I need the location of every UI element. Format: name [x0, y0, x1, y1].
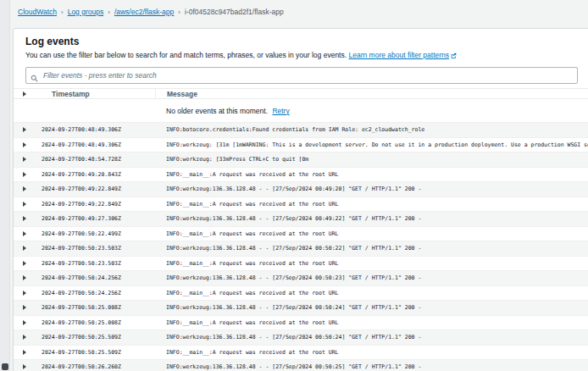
message-cell: INFO:werkzeug:136.36.128.48 - - [27/Sep/… [155, 274, 588, 281]
expand-row-icon[interactable] [23, 261, 26, 266]
expand-row-icon[interactable] [23, 157, 26, 162]
expand-row-icon[interactable] [23, 335, 26, 340]
log-event-row: 2024-09-27T00:49:22.849Z INFO:werkzeug:1… [14, 182, 588, 197]
expand-row-icon[interactable] [23, 275, 26, 280]
expand-cell [14, 335, 42, 340]
expand-cell [14, 186, 42, 191]
timestamp-cell: 2024-09-27T00:49:22.849Z [42, 186, 155, 192]
timestamp-column-header[interactable]: Timestamp [42, 90, 155, 98]
expand-row-icon[interactable] [23, 231, 26, 236]
expand-row-icon[interactable] [23, 364, 26, 369]
timestamp-cell: 2024-09-27T00:48:54.728Z [42, 156, 155, 163]
expand-cell [14, 127, 42, 132]
log-event-row: 2024-09-27T00:50:25.509Z INFO:werkzeug:1… [14, 330, 588, 346]
timestamp-cell: 2024-09-27T00:50:25.008Z [42, 304, 155, 311]
expand-row-icon[interactable] [23, 305, 26, 310]
expand-cell [14, 157, 42, 162]
breadcrumb-log-group[interactable]: /aws/ec2/flask-app [114, 8, 174, 16]
message-cell: INFO:__main__:A request was received at … [155, 260, 588, 267]
no-older-events-message: No older events at this moment. Retry [155, 107, 588, 115]
timestamp-cell: 2024-09-27T00:50:25.008Z [42, 319, 155, 326]
log-event-row: 2024-09-27T00:50:23.503Z INFO:__main__:A… [14, 257, 588, 272]
log-event-row: 2024-09-27T00:50:25.509Z INFO:__main__:A… [14, 346, 588, 361]
timestamp-cell: 2024-09-27T00:50:22.499Z [42, 230, 155, 237]
expand-cell [14, 364, 42, 369]
message-cell: INFO:werkzeug:136.36.128.48 - - [27/Sep/… [155, 186, 588, 192]
search-icon [31, 70, 38, 86]
message-cell: INFO:__main__:A request was received at … [155, 319, 588, 326]
log-event-row: 2024-09-27T00:49:20.843Z INFO:__main__:A… [14, 168, 588, 183]
timestamp-cell: 2024-09-27T00:49:20.843Z [42, 171, 155, 178]
log-event-row: 2024-09-27T00:48:54.728Z INFO:werkzeug: … [14, 152, 588, 168]
message-cell: INFO:botocore.credentials:Found credenti… [155, 126, 588, 133]
expand-cell [14, 172, 42, 177]
expand-cell [14, 202, 42, 207]
message-column-header[interactable]: Message [155, 88, 588, 99]
timestamp-cell: 2024-09-27T00:50:25.509Z [42, 334, 155, 341]
log-events-table: Timestamp Message No older events at thi… [14, 88, 588, 371]
message-cell: INFO:werkzeug: [31m [1mWARNING: This is … [155, 141, 588, 148]
log-event-row: 2024-09-27T00:48:49.306Z INFO:botocore.c… [14, 123, 588, 138]
timestamp-cell: 2024-09-27T00:50:24.256Z [42, 290, 155, 296]
log-event-row: 2024-09-27T00:50:22.499Z INFO:__main__:A… [14, 227, 588, 242]
expand-cell [14, 291, 42, 296]
feedback-tab[interactable] [2, 363, 8, 370]
log-event-row: 2024-09-27T00:50:24.256Z INFO:werkzeug:1… [14, 271, 588, 286]
expand-cell [14, 216, 42, 221]
message-cell: INFO:werkzeug:136.36.128.48 - - [27/Sep/… [155, 304, 588, 311]
breadcrumb-separator: › [178, 8, 180, 16]
message-cell: INFO:werkzeug:136.36.128.48 - - [27/Sep/… [155, 363, 588, 370]
expand-row-icon[interactable] [23, 291, 26, 296]
timestamp-cell: 2024-09-27T00:50:26.260Z [42, 363, 155, 370]
log-table-body: 2024-09-27T00:48:49.306Z INFO:botocore.c… [14, 123, 588, 371]
filter-events-input[interactable] [25, 67, 578, 84]
expand-row-icon[interactable] [23, 202, 26, 207]
expand-row-icon[interactable] [23, 246, 26, 251]
no-older-events-row: No older events at this moment. Retry [14, 99, 588, 123]
log-event-row: 2024-09-27T00:50:23.503Z INFO:werkzeug:1… [14, 241, 588, 257]
log-event-row: 2024-09-27T00:49:27.306Z INFO:werkzeug:1… [14, 212, 588, 227]
expand-all-column [14, 91, 42, 97]
expand-cell [14, 261, 42, 266]
filter-bar [25, 66, 578, 83]
page-title: Log events [25, 36, 585, 47]
breadcrumb-log-groups[interactable]: Log groups [68, 8, 104, 16]
expand-row-icon[interactable] [23, 320, 26, 325]
breadcrumb-separator: › [108, 8, 110, 16]
message-cell: INFO:__main__:A request was received at … [155, 171, 588, 178]
message-cell: INFO:werkzeug:136.36.128.48 - - [27/Sep/… [155, 334, 588, 341]
expand-cell [14, 246, 42, 251]
expand-row-icon[interactable] [23, 350, 26, 355]
message-cell: INFO:__main__:A request was received at … [155, 290, 588, 296]
log-event-row: 2024-09-27T00:50:25.008Z INFO:__main__:A… [14, 316, 588, 331]
message-cell: INFO:__main__:A request was received at … [155, 230, 588, 237]
message-cell: INFO:werkzeug:136.36.128.48 - - [27/Sep/… [155, 245, 588, 252]
expand-row-icon[interactable] [23, 172, 26, 177]
breadcrumb-cloudwatch[interactable]: CloudWatch [18, 8, 57, 16]
no-older-events-text: No older events at this moment. [166, 107, 268, 115]
timestamp-cell: 2024-09-27T00:48:49.306Z [42, 141, 155, 148]
expand-cell [14, 305, 42, 310]
timestamp-cell: 2024-09-27T00:50:23.503Z [42, 245, 155, 252]
log-event-row: 2024-09-27T00:49:22.849Z INFO:__main__:A… [14, 197, 588, 213]
message-cell: INFO:werkzeug:136.36.128.48 - - [27/Sep/… [155, 215, 588, 222]
log-event-row: 2024-09-27T00:50:24.256Z INFO:__main__:A… [14, 286, 588, 302]
collapsed-sidebar-strip [0, 0, 10, 371]
timestamp-cell: 2024-09-27T00:50:23.503Z [42, 260, 155, 267]
breadcrumb: CloudWatch›Log groups›/aws/ec2/flask-app… [18, 8, 284, 16]
expand-row-icon[interactable] [23, 216, 26, 221]
expand-row-icon[interactable] [23, 186, 26, 191]
expand-row-icon[interactable] [23, 142, 26, 147]
message-cell: INFO:werkzeug: [33mPress CTRL+C to quit … [155, 156, 588, 163]
learn-more-link[interactable]: Learn more about filter patterns [348, 51, 449, 59]
message-cell: INFO:__main__:A request was received at … [155, 201, 588, 208]
expand-cell [14, 275, 42, 280]
breadcrumb-separator: › [61, 8, 64, 16]
panel-description: You can use the filter bar below to sear… [25, 51, 585, 60]
expand-header-icon[interactable] [23, 91, 26, 97]
retry-link[interactable]: Retry [272, 107, 289, 115]
timestamp-cell: 2024-09-27T00:49:27.306Z [42, 215, 155, 222]
expand-row-icon[interactable] [23, 127, 26, 132]
expand-cell [14, 350, 42, 355]
external-link-icon [451, 52, 457, 60]
